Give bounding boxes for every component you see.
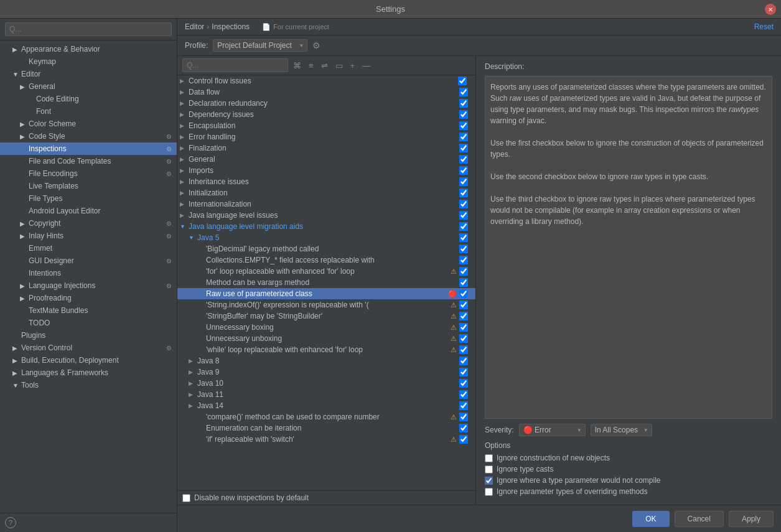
tree-row[interactable]: ▶ Finalization bbox=[177, 142, 475, 154]
tree-row[interactable]: ▶ General bbox=[177, 154, 475, 165]
remove-button[interactable]: — bbox=[360, 60, 373, 72]
row-checkbox[interactable] bbox=[459, 110, 468, 119]
group-button[interactable]: ▭ bbox=[333, 60, 345, 72]
sidebar-item-font[interactable]: Font bbox=[0, 105, 177, 118]
expand-button[interactable]: ≡ bbox=[306, 60, 316, 72]
tree-row[interactable]: 'if' replaceable with 'switch' ⚠ bbox=[177, 434, 475, 445]
help-button[interactable]: ? bbox=[5, 517, 16, 528]
sidebar-item-general[interactable]: ▶ General bbox=[0, 80, 177, 93]
sidebar-item-todo[interactable]: TODO bbox=[0, 317, 177, 329]
row-checkbox[interactable] bbox=[459, 379, 468, 388]
tree-row[interactable]: Enumeration can be iteration bbox=[177, 422, 475, 434]
row-checkbox[interactable] bbox=[459, 144, 468, 152]
sidebar-item-textmate[interactable]: TextMate Bundles bbox=[0, 304, 177, 317]
sidebar-item-keymap[interactable]: Keymap bbox=[0, 55, 177, 68]
sidebar-item-version-control[interactable]: ▶ Version Control ⚙ bbox=[0, 342, 177, 354]
tree-row[interactable]: ▶ Internationalization bbox=[177, 198, 475, 210]
row-checkbox[interactable] bbox=[459, 390, 468, 399]
row-checkbox[interactable] bbox=[459, 278, 468, 287]
sidebar-item-appearance[interactable]: ▶ Appearance & Behavior bbox=[0, 43, 177, 55]
tree-row-java5[interactable]: ▼ Java 5 bbox=[177, 232, 475, 243]
row-checkbox[interactable] bbox=[459, 189, 468, 197]
row-checkbox[interactable] bbox=[459, 368, 468, 376]
tree-row-migration-aids[interactable]: ▼ Java language level migration aids bbox=[177, 221, 475, 232]
tree-row[interactable]: ▶ Imports bbox=[177, 165, 475, 176]
row-checkbox[interactable] bbox=[459, 155, 468, 164]
tree-row-raw-use[interactable]: Raw use of parameterized class 🔴 bbox=[177, 288, 475, 299]
tree-row[interactable]: Method can be varargs method bbox=[177, 277, 475, 288]
disable-new-inspections-checkbox[interactable] bbox=[182, 494, 190, 502]
row-checkbox[interactable] bbox=[459, 166, 468, 175]
tree-row[interactable]: 'while' loop replaceable with enhanced '… bbox=[177, 344, 475, 355]
sidebar-item-file-encodings[interactable]: File Encodings ⚙ bbox=[0, 167, 177, 180]
tree-row[interactable]: ▶ Inheritance issues bbox=[177, 176, 475, 187]
option-checkbox-construction[interactable] bbox=[485, 454, 493, 462]
row-checkbox[interactable] bbox=[459, 301, 468, 309]
option-checkbox-type-casts[interactable] bbox=[485, 465, 493, 474]
row-checkbox[interactable] bbox=[459, 121, 468, 130]
tree-row[interactable]: ▶ Java language level issues bbox=[177, 210, 475, 221]
sidebar-item-live-templates[interactable]: Live Templates bbox=[0, 180, 177, 192]
row-checkbox[interactable] bbox=[459, 334, 468, 343]
tree-row-java9[interactable]: ▶ Java 9 bbox=[177, 366, 475, 378]
tree-row[interactable]: 'compare()' method can be used to compar… bbox=[177, 411, 475, 422]
row-checkbox[interactable] bbox=[459, 267, 468, 276]
tree-row[interactable]: Unnecessary unboxing ⚠ bbox=[177, 333, 475, 344]
row-checkbox[interactable] bbox=[459, 200, 468, 208]
tree-row[interactable]: Collections.EMPTY_* field access replace… bbox=[177, 254, 475, 266]
profile-select[interactable]: Project Default Project Default bbox=[213, 39, 307, 52]
sidebar-item-plugins[interactable]: Plugins bbox=[0, 329, 177, 342]
row-checkbox[interactable] bbox=[459, 289, 468, 298]
option-checkbox-param-types[interactable] bbox=[485, 488, 493, 496]
row-checkbox[interactable] bbox=[459, 177, 468, 186]
tree-row[interactable]: ▶ Error handling bbox=[177, 131, 475, 142]
tree-row[interactable]: 'BigDecimal' legacy method called bbox=[177, 243, 475, 254]
row-checkbox[interactable] bbox=[459, 312, 468, 320]
reset-button[interactable]: Reset bbox=[754, 22, 774, 31]
ok-button[interactable]: OK bbox=[632, 511, 669, 527]
row-checkbox[interactable] bbox=[459, 401, 468, 410]
tree-row[interactable]: ▶ Data flow bbox=[177, 86, 475, 98]
row-checkbox[interactable] bbox=[458, 77, 467, 85]
row-checkbox[interactable] bbox=[459, 222, 468, 231]
sidebar-item-code-editing[interactable]: Code Editing bbox=[0, 93, 177, 105]
tree-row[interactable]: Unnecessary boxing ⚠ bbox=[177, 322, 475, 333]
close-button[interactable]: ✕ bbox=[765, 4, 776, 15]
cancel-button[interactable]: Cancel bbox=[675, 511, 724, 527]
tree-row-java11[interactable]: ▶ Java 11 bbox=[177, 389, 475, 400]
tree-row[interactable]: 'StringBuffer' may be 'StringBuilder' ⚠ bbox=[177, 310, 475, 322]
sidebar-item-copyright[interactable]: ▶ Copyright ⚙ bbox=[0, 217, 177, 230]
scope-select[interactable]: In All Scopes In Tests Only bbox=[591, 424, 652, 436]
row-checkbox[interactable] bbox=[459, 345, 468, 354]
sidebar-item-file-code-templates[interactable]: File and Code Templates ⚙ bbox=[0, 155, 177, 167]
row-checkbox[interactable] bbox=[459, 88, 468, 96]
sidebar-item-color-scheme[interactable]: ▶ Color Scheme bbox=[0, 118, 177, 130]
row-checkbox[interactable] bbox=[459, 233, 468, 242]
sidebar-item-proofreading[interactable]: ▶ Proofreading bbox=[0, 292, 177, 304]
tree-row[interactable]: 'String.indexOf()' expression is replace… bbox=[177, 299, 475, 310]
tree-row[interactable]: ▶ Initialization bbox=[177, 187, 475, 198]
collapse-button[interactable]: ⇌ bbox=[319, 60, 330, 72]
filter-button[interactable]: ⌘ bbox=[291, 60, 304, 72]
profile-gear-button[interactable]: ⚙ bbox=[312, 40, 320, 50]
row-checkbox[interactable] bbox=[459, 99, 468, 108]
row-checkbox[interactable] bbox=[459, 245, 468, 253]
sidebar-item-android-layout[interactable]: Android Layout Editor bbox=[0, 205, 177, 217]
tree-row[interactable]: ▶ Dependency issues bbox=[177, 109, 475, 120]
breadcrumb-editor[interactable]: Editor bbox=[185, 22, 204, 31]
sidebar-item-code-style[interactable]: ▶ Code Style ⚙ bbox=[0, 130, 177, 142]
tree-row-java10[interactable]: ▶ Java 10 bbox=[177, 378, 475, 389]
row-checkbox[interactable] bbox=[459, 424, 468, 432]
tree-row[interactable]: 'for' loop replaceable with enhanced 'fo… bbox=[177, 266, 475, 277]
add-button[interactable]: + bbox=[348, 60, 358, 72]
tree-search-input[interactable] bbox=[182, 58, 288, 72]
row-checkbox[interactable] bbox=[459, 435, 468, 444]
sidebar-item-inspections[interactable]: Inspections ⚙ bbox=[0, 142, 177, 155]
tree-row[interactable]: ▶ Control flow issues bbox=[177, 75, 475, 86]
apply-button[interactable]: Apply bbox=[729, 511, 774, 527]
tree-row-java8[interactable]: ▶ Java 8 bbox=[177, 355, 475, 366]
tree-row-java14[interactable]: ▶ Java 14 bbox=[177, 400, 475, 411]
row-checkbox[interactable] bbox=[459, 323, 468, 332]
sidebar-item-emmet[interactable]: Emmet bbox=[0, 242, 177, 254]
tree-row[interactable]: ▶ Declaration redundancy bbox=[177, 98, 475, 109]
